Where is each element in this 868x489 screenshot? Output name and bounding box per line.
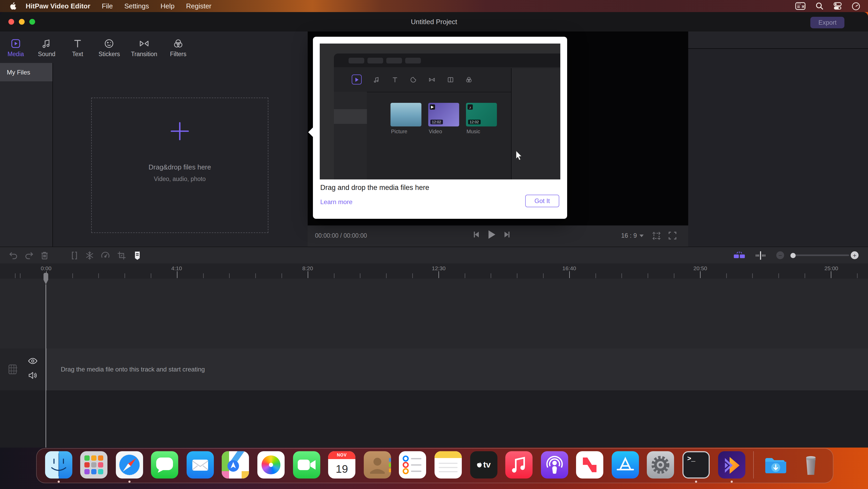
tab-text[interactable]: Text	[68, 37, 88, 57]
window-title-bar: Untitled Project Export	[0, 12, 868, 31]
dock-maps[interactable]	[222, 451, 249, 481]
dock-reminders[interactable]	[399, 451, 426, 481]
zoom-in-icon[interactable]: +	[851, 251, 859, 259]
ruler-label: 0:00	[41, 265, 52, 271]
mini-duration: 12:02	[468, 120, 480, 124]
dock-trash[interactable]	[798, 451, 825, 481]
stickers-icon	[104, 37, 115, 49]
menu-register[interactable]: Register	[186, 2, 212, 10]
dock-podcasts[interactable]	[541, 451, 568, 481]
dock-news[interactable]	[576, 451, 603, 481]
apple-menu-icon[interactable]	[9, 2, 16, 10]
delete-icon[interactable]	[39, 250, 50, 261]
undo-icon[interactable]	[8, 250, 19, 261]
caret-down-icon	[640, 234, 644, 237]
media-dropzone[interactable]: Drag&drop files here Video, audio, photo	[91, 97, 268, 233]
freeze-frame-icon[interactable]	[84, 250, 95, 261]
dock-messages[interactable]	[151, 451, 179, 481]
dock-safari[interactable]	[116, 451, 143, 481]
magnetic-snap-icon[interactable]	[733, 250, 745, 261]
zoom-slider-knob[interactable]	[790, 253, 796, 258]
transition-icon	[138, 37, 150, 49]
mini-filters-icon	[465, 76, 472, 83]
dock-notes[interactable]	[435, 451, 462, 481]
menu-app-name[interactable]: HitPaw Video Editor	[26, 2, 90, 10]
previous-frame-icon[interactable]	[473, 231, 480, 238]
search-icon[interactable]	[815, 2, 824, 10]
tab-sound[interactable]: Sound	[37, 37, 57, 57]
eye-icon[interactable]	[28, 357, 38, 365]
dock-app-store[interactable]	[612, 451, 639, 481]
tab-filters[interactable]: Filters	[168, 37, 188, 57]
mini-text-icon	[392, 76, 398, 83]
dock-calendar[interactable]: NOV 19	[328, 451, 355, 481]
dock-terminal[interactable]: >_	[682, 451, 710, 481]
dock-contacts[interactable]	[364, 451, 391, 481]
mini-sound-icon	[373, 76, 380, 83]
dock-apple-tv[interactable]: tv	[470, 451, 497, 481]
tab-stickers[interactable]: Stickers	[98, 37, 120, 57]
tab-label: Filters	[170, 51, 187, 57]
timeline-ruler[interactable]: 0:00 4:10 8:20 12:30 16:40 20:50 25:00	[0, 263, 868, 279]
running-indicator	[731, 481, 733, 483]
screen: HitPaw Video Editor File Settings Help R…	[0, 0, 868, 489]
dock-system-preferences[interactable]	[647, 451, 674, 481]
mini-thumb-label: Picture	[391, 128, 407, 134]
mini-thumb-video: ▶ 12:02	[428, 103, 459, 126]
aspect-ratio-selector[interactable]: 16 : 9	[621, 232, 644, 239]
timeline-empty-area	[0, 391, 868, 448]
crop-preview-icon[interactable]	[652, 231, 661, 240]
control-center-icon[interactable]	[833, 2, 842, 10]
film-icon	[8, 364, 17, 375]
running-indicator	[128, 481, 130, 483]
split-icon[interactable]	[69, 250, 80, 261]
menu-file[interactable]: File	[102, 2, 113, 10]
mini-thumb-label: Video	[429, 128, 442, 134]
properties-panel	[688, 31, 868, 247]
fullscreen-icon[interactable]	[668, 231, 677, 240]
menu-settings[interactable]: Settings	[124, 2, 149, 10]
menu-bar: HitPaw Video Editor File Settings Help R…	[0, 0, 868, 12]
tab-label: Text	[72, 51, 83, 57]
got-it-button[interactable]: Got It	[525, 195, 559, 207]
dock-downloads[interactable]	[762, 451, 789, 481]
sidebar-item-my-files[interactable]: My Files	[0, 63, 53, 81]
zoom-slider[interactable]	[792, 255, 849, 256]
tab-media[interactable]: Media	[6, 37, 26, 57]
speed-icon[interactable]	[100, 250, 111, 261]
input-source-icon[interactable]: ⌘	[795, 2, 806, 10]
dock-hitpaw-video-editor[interactable]	[718, 451, 745, 481]
mini-thumb-music: ♪ 12:02	[466, 103, 497, 126]
running-indicator	[695, 481, 697, 483]
clock-icon[interactable]	[852, 2, 860, 10]
dropzone-subtitle: Video, audio, photo	[92, 176, 268, 182]
learn-more-link[interactable]: Learn more	[320, 198, 352, 206]
dock-photos[interactable]	[257, 451, 285, 481]
timeline-track-area: Drag the media file onto this track and …	[0, 279, 868, 448]
next-frame-icon[interactable]	[503, 231, 510, 238]
dock: NOV 19 tv	[36, 448, 833, 483]
play-icon[interactable]	[488, 230, 496, 239]
crop-icon[interactable]	[116, 250, 127, 261]
dock-mail[interactable]	[187, 451, 214, 481]
export-button[interactable]: Export	[811, 17, 844, 28]
dock-music[interactable]	[505, 451, 532, 481]
media-panel: Media Sound Text	[0, 31, 308, 247]
audio-mute-icon[interactable]	[28, 372, 37, 379]
marker-icon[interactable]	[132, 250, 143, 261]
playhead-line	[45, 284, 46, 448]
tab-label: Media	[8, 51, 24, 57]
menu-help[interactable]: Help	[160, 2, 175, 10]
zoom-out-icon[interactable]: −	[776, 251, 784, 259]
redo-icon[interactable]	[24, 250, 34, 261]
dock-facetime[interactable]	[293, 451, 320, 481]
ruler-label: 20:50	[693, 265, 707, 271]
tab-transition[interactable]: Transition	[131, 37, 157, 57]
filters-icon	[173, 37, 183, 49]
ruler-label: 4:10	[172, 265, 182, 271]
dock-launchpad[interactable]	[80, 451, 107, 481]
dock-finder[interactable]	[45, 451, 72, 481]
timeline-toolbar: − +	[0, 247, 868, 264]
playhead-marker-icon[interactable]	[755, 250, 766, 261]
media-sidebar: My Files	[0, 63, 53, 247]
